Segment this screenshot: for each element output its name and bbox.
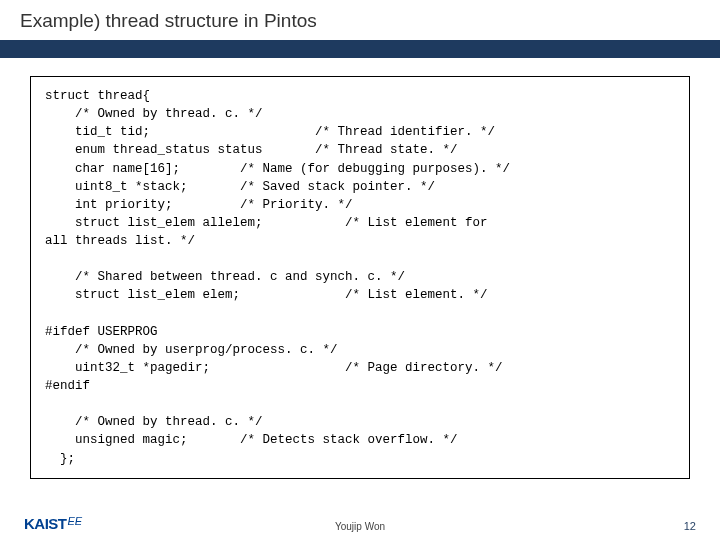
code-block: struct thread{ /* Owned by thread. c. */… [30, 76, 690, 479]
title-bar [0, 40, 720, 58]
logo-main-text: KAIST [24, 515, 67, 532]
logo-suffix-text: EE [68, 515, 83, 527]
logo: KAISTEE [24, 514, 82, 532]
author-name: Youjip Won [335, 521, 385, 532]
page-number: 12 [684, 520, 696, 532]
slide-title: Example) thread structure in Pintos [0, 0, 720, 40]
